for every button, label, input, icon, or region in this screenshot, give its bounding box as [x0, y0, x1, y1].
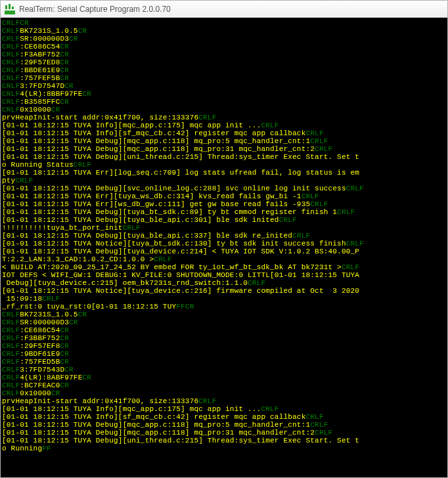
svg-rect-4: [5, 9, 15, 11]
terminal-output[interactable]: CRLFCR CRLFBK7231S_1.0.5CR CRLFSR:000000…: [1, 18, 447, 477]
svg-rect-2: [9, 4, 11, 9]
svg-rect-3: [12, 7, 14, 9]
svg-rect-1: [5, 5, 7, 9]
window-title: RealTerm: Serial Capture Program 2.0.0.7…: [19, 5, 171, 14]
app-window: RealTerm: Serial Capture Program 2.0.0.7…: [0, 0, 448, 478]
titlebar[interactable]: RealTerm: Serial Capture Program 2.0.0.7…: [1, 1, 447, 18]
realterm-icon: [5, 4, 15, 14]
